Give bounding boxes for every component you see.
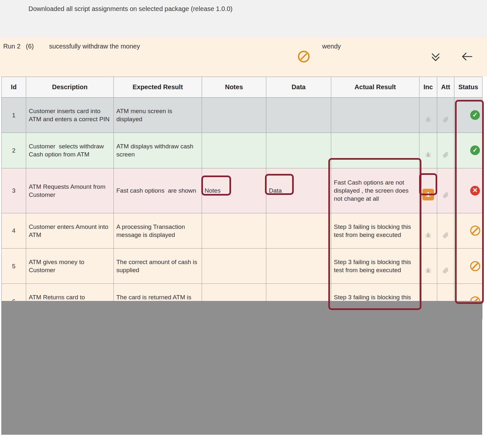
- run-title: sucessfully withdraw the money: [49, 43, 140, 50]
- status-icon: [470, 186, 480, 196]
- status-icon: [470, 261, 480, 271]
- step-data[interactable]: [266, 98, 331, 133]
- step-id: 4: [2, 213, 26, 248]
- step-description: Customer selects withdraw Cash option fr…: [26, 133, 114, 168]
- status-cell[interactable]: [454, 133, 482, 168]
- step-actual-result[interactable]: [331, 98, 419, 133]
- step-data[interactable]: [266, 248, 331, 283]
- new-incident-button[interactable]: [422, 189, 434, 200]
- table-header-row: Id Description Expected Result Notes Dat…: [2, 77, 482, 98]
- step-description: ATM gives money to Customer: [26, 248, 114, 283]
- run-label: Run 2: [3, 43, 20, 50]
- col-att: Att: [437, 77, 454, 98]
- bug-icon: [425, 267, 432, 274]
- step-actual-result[interactable]: [331, 133, 419, 168]
- attachment-cell[interactable]: [437, 98, 454, 133]
- col-expected-result: Expected Result: [114, 77, 202, 98]
- step-actual-result[interactable]: Step 3 failing is blocking this test fro…: [331, 213, 419, 248]
- bug-icon: [425, 232, 432, 239]
- incident-cell[interactable]: [419, 133, 437, 168]
- step-data[interactable]: [266, 213, 331, 248]
- bug-icon: [425, 151, 432, 158]
- step-notes[interactable]: [202, 248, 266, 283]
- step-notes[interactable]: [202, 213, 266, 248]
- table-row[interactable]: 5 ATM gives money to Customer The correc…: [2, 248, 482, 283]
- bug-icon: [425, 116, 432, 123]
- status-icon: [470, 145, 480, 155]
- step-expected-result: The correct amount of cash is supplied: [114, 248, 202, 283]
- step-data[interactable]: [266, 133, 331, 168]
- step-expected-result: ATM displays withdraw cash screen: [114, 133, 202, 168]
- incident-cell[interactable]: [419, 98, 437, 133]
- step-notes[interactable]: [202, 133, 266, 168]
- step-actual-result[interactable]: Fast Cash options are not displayed , th…: [331, 168, 419, 213]
- step-actual-result[interactable]: Step 3 failing is blocking this test fro…: [331, 248, 419, 283]
- step-description: ATM Requests Amount from Customer: [26, 168, 114, 213]
- step-id: 2: [2, 133, 26, 168]
- run-header: Run 2 (6) sucessfully withdraw the money…: [0, 37, 487, 77]
- download-status-message: Downloaded all script assignments on sel…: [28, 5, 232, 13]
- col-notes: Notes: [202, 77, 266, 98]
- content-background: [1, 301, 482, 435]
- step-expected-result: ATM menu screen is displayed: [114, 98, 202, 133]
- paperclip-icon: [442, 116, 449, 123]
- status-cell[interactable]: [454, 98, 482, 133]
- paperclip-icon: [442, 192, 449, 198]
- step-id: 3: [2, 168, 26, 213]
- col-data: Data: [266, 77, 331, 98]
- attachment-cell[interactable]: [437, 168, 454, 213]
- step-expected-result: Fast cash options are shown: [114, 168, 202, 213]
- col-actual-result: Actual Result: [331, 77, 419, 98]
- table-row[interactable]: 3 ATM Requests Amount from Customer Fast…: [2, 168, 482, 213]
- status-cell[interactable]: [454, 213, 482, 248]
- paperclip-icon: [442, 267, 449, 274]
- table-row[interactable]: 1 Customer inserts card into ATM and ent…: [2, 98, 482, 133]
- incident-cell[interactable]: [419, 213, 437, 248]
- attachment-cell[interactable]: [437, 213, 454, 248]
- step-id: 1: [2, 98, 26, 133]
- status-cell[interactable]: [454, 248, 482, 283]
- table-row[interactable]: 2 Customer selects withdraw Cash option …: [2, 133, 482, 168]
- arrow-left-icon[interactable]: [461, 51, 473, 62]
- chevron-double-down-icon[interactable]: [430, 51, 441, 63]
- col-status: Status: [454, 77, 482, 98]
- paperclip-icon: [442, 152, 449, 158]
- step-expected-result: A processing Transaction message is disp…: [114, 213, 202, 248]
- status-icon: [470, 226, 480, 236]
- step-notes[interactable]: [202, 98, 266, 133]
- tester-name: wendy: [322, 43, 341, 50]
- attachment-cell[interactable]: [437, 133, 454, 168]
- test-steps-table-wrap: Id Description Expected Result Notes Dat…: [1, 77, 482, 319]
- incident-cell[interactable]: [419, 168, 437, 213]
- step-id: 5: [2, 248, 26, 283]
- run-blocked-status-icon: [298, 51, 310, 62]
- step-description: Customer inserts card into ATM and enter…: [26, 98, 114, 133]
- attachment-cell[interactable]: [437, 248, 454, 283]
- bug-icon: [425, 191, 432, 198]
- paperclip-icon: [442, 232, 449, 239]
- col-inc: Inc: [419, 77, 437, 98]
- incident-cell[interactable]: [419, 248, 437, 283]
- col-id: Id: [2, 77, 26, 98]
- run-step-count: (6): [26, 43, 34, 50]
- col-description: Description: [26, 77, 114, 98]
- step-data[interactable]: Data: [266, 168, 331, 213]
- top-message-bar: Downloaded all script assignments on sel…: [0, 0, 487, 37]
- status-cell[interactable]: [454, 168, 482, 213]
- status-icon: [470, 110, 480, 120]
- table-row[interactable]: 4 Customer enters Amount into ATM A proc…: [2, 213, 482, 248]
- step-description: Customer enters Amount into ATM: [26, 213, 114, 248]
- test-steps-table: Id Description Expected Result Notes Dat…: [1, 77, 482, 319]
- step-notes[interactable]: Notes: [202, 168, 266, 213]
